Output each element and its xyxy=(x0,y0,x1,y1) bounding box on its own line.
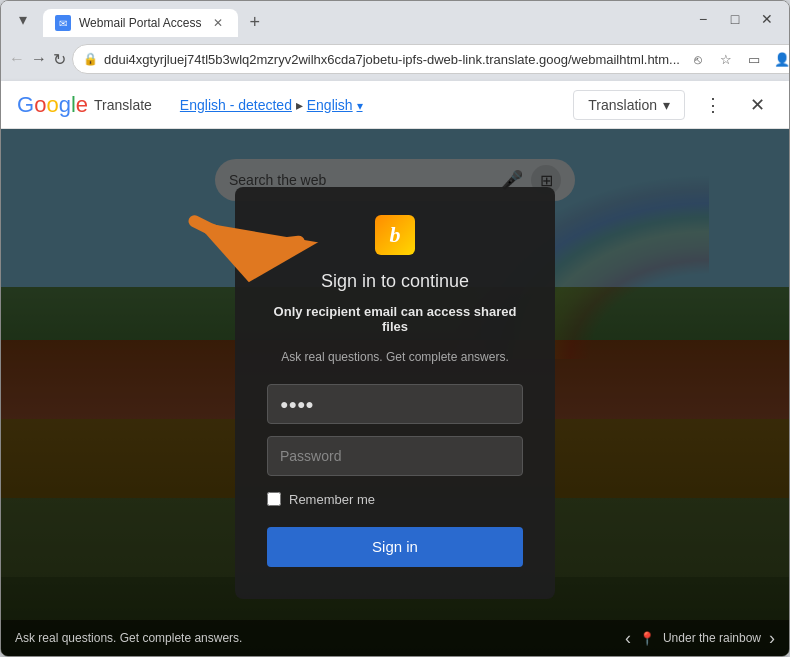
new-tab-button[interactable]: + xyxy=(242,8,269,37)
tab-close-button[interactable]: ✕ xyxy=(210,15,226,31)
lock-icon: 🔒 xyxy=(83,52,98,66)
login-modal: b Sign in to continue Only recipient ema… xyxy=(235,187,555,599)
translate-bar: Google Translate English - detected ▸ En… xyxy=(1,81,789,129)
address-bar-row: ← → ↻ 🔒 ddui4xgtyrjluej74tl5b3wlq2mzryv2… xyxy=(1,37,789,81)
source-language: English - detected ▸ English ▾ xyxy=(180,97,363,113)
bing-prev-button[interactable]: ‹ xyxy=(625,628,631,649)
translate-more-button[interactable]: ⋮ xyxy=(697,89,729,121)
modal-title: Sign in to continue xyxy=(321,271,469,292)
minimize-button[interactable] xyxy=(689,5,717,33)
content-area: Search the web 🎤 ⊞ b xyxy=(1,129,789,656)
modal-description: Ask real questions. Get complete answers… xyxy=(281,350,508,364)
address-actions: ⎋ ☆ ▭ 👤 xyxy=(686,47,790,71)
tab-title: Webmail Portal Access xyxy=(79,16,202,30)
location-label: Under the rainbow xyxy=(663,631,761,645)
google-translate-logo: Google Translate xyxy=(17,92,152,118)
bing-logo-text: b xyxy=(390,222,401,248)
browser-window: ▾ Webmail Portal Access ✕ + ← → ↻ 🔒 ddui… xyxy=(0,0,790,657)
translation-dropdown-arrow: ▾ xyxy=(663,97,670,113)
language-dropdown-arrow[interactable]: ▾ xyxy=(357,99,363,113)
translation-button[interactable]: Translation ▾ xyxy=(573,90,685,120)
bing-bottom-text: Ask real questions. Get complete answers… xyxy=(15,631,617,645)
share-icon[interactable]: ⎋ xyxy=(686,47,710,71)
bing-logo: b xyxy=(375,215,415,255)
close-button[interactable] xyxy=(753,5,781,33)
modal-overlay: b Sign in to continue Only recipient ema… xyxy=(1,129,789,656)
location-icon: 📍 xyxy=(639,631,655,646)
extension-icon[interactable]: ▭ xyxy=(742,47,766,71)
sign-in-button[interactable]: Sign in xyxy=(267,527,523,567)
window-controls xyxy=(689,5,781,33)
remember-me-checkbox[interactable] xyxy=(267,492,281,506)
forward-button[interactable]: → xyxy=(31,45,47,73)
bing-next-button[interactable]: › xyxy=(769,628,775,649)
maximize-button[interactable] xyxy=(721,5,749,33)
tab-area: Webmail Portal Access ✕ + xyxy=(43,1,675,37)
translate-label: Translate xyxy=(94,97,152,113)
modal-subtitle: Only recipient email can access shared f… xyxy=(267,304,523,334)
remember-me-label: Remember me xyxy=(289,492,375,507)
active-tab[interactable]: Webmail Portal Access ✕ xyxy=(43,9,238,37)
google-logo-text: Google xyxy=(17,92,88,118)
target-language-link[interactable]: English xyxy=(307,97,353,113)
tab-favicon xyxy=(55,15,71,31)
translate-close-button[interactable]: ✕ xyxy=(741,89,773,121)
back-button[interactable]: ← xyxy=(9,45,25,73)
url-text: ddui4xgtyrjluej74tl5b3wlq2mzryv2wilhx6cd… xyxy=(104,52,680,67)
password-input[interactable] xyxy=(267,436,523,476)
bing-bottom-bar: Ask real questions. Get complete answers… xyxy=(1,620,789,656)
reload-button[interactable]: ↻ xyxy=(53,45,66,73)
remember-me-row: Remember me xyxy=(267,492,523,507)
tab-list-chevron[interactable]: ▾ xyxy=(9,5,37,33)
address-bar[interactable]: 🔒 ddui4xgtyrjluej74tl5b3wlq2mzryv2wilhx6… xyxy=(72,44,790,74)
title-bar: ▾ Webmail Portal Access ✕ + xyxy=(1,1,789,37)
profile-icon[interactable]: 👤 xyxy=(770,47,790,71)
bookmark-icon[interactable]: ☆ xyxy=(714,47,738,71)
email-input[interactable] xyxy=(267,384,523,424)
